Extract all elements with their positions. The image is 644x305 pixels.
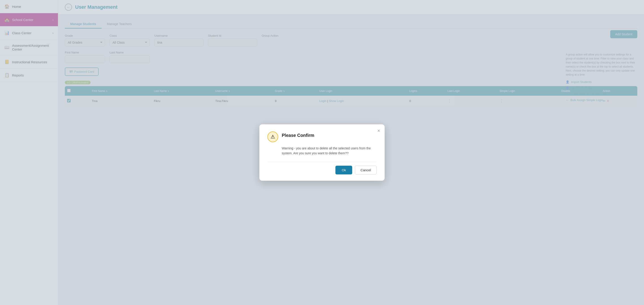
- modal-cancel-button[interactable]: Cancel: [355, 166, 376, 174]
- modal-ok-button[interactable]: Ok: [336, 166, 352, 174]
- modal-title: Please Confirm: [282, 133, 314, 138]
- modal-body: Warning - you are about to delete all th…: [268, 146, 376, 156]
- warning-icon: ⚠: [268, 132, 278, 142]
- main-content: ← User Management Manage Students Manage…: [58, 0, 644, 305]
- modal-close-button[interactable]: ×: [377, 128, 380, 134]
- confirm-modal: × ⚠ Please Confirm Warning - you are abo…: [260, 124, 384, 181]
- modal-overlay: × ⚠ Please Confirm Warning - you are abo…: [58, 0, 644, 305]
- modal-footer: Ok Cancel: [268, 162, 376, 174]
- modal-header: ⚠ Please Confirm: [268, 132, 376, 142]
